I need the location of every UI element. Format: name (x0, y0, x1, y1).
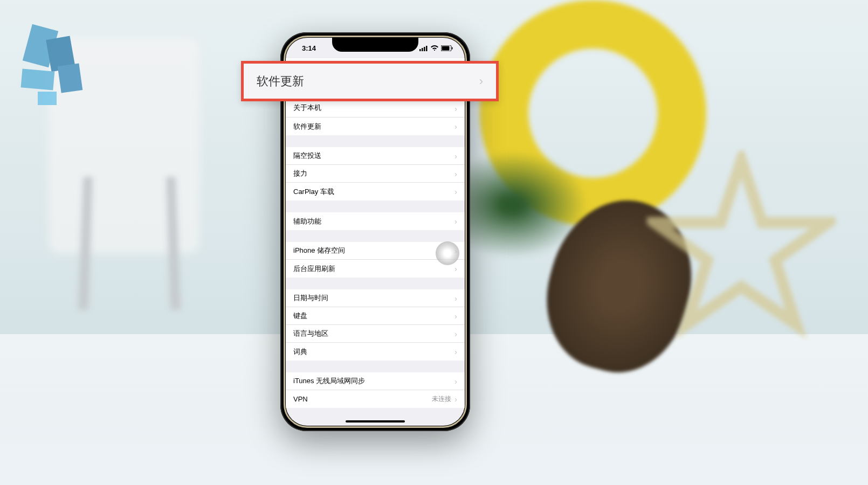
settings-group-network: iTunes 无线局域网同步 › VPN 未连接 › (286, 372, 465, 408)
settings-group-locale: 日期与时间 › 键盘 › 语言与地区 › 词典 › (286, 289, 465, 361)
channel-logo-watermark (11, 16, 108, 113)
chevron-right-icon: › (454, 105, 457, 113)
background-star (647, 151, 836, 340)
callout-label: 软件更新 (257, 73, 304, 89)
itunes-sync-row[interactable]: iTunes 无线局域网同步 › (286, 372, 465, 390)
date-time-label: 日期与时间 (293, 293, 328, 303)
dictionary-label: 词典 (293, 347, 307, 357)
svg-rect-3 (58, 63, 83, 93)
phone-notch (332, 38, 418, 52)
svg-rect-4 (38, 92, 57, 105)
software-update-label: 软件更新 (293, 122, 321, 131)
svg-rect-6 (422, 48, 423, 51)
accessibility-label: 辅助功能 (293, 217, 321, 226)
keyboard-label: 键盘 (293, 311, 307, 321)
svg-rect-2 (21, 68, 55, 90)
home-indicator[interactable] (346, 420, 405, 422)
background-stand (78, 177, 181, 310)
chevron-right-icon: › (454, 188, 457, 196)
chevron-right-icon: › (454, 312, 457, 320)
cellular-signal-icon (419, 45, 428, 51)
chevron-right-icon: › (454, 395, 457, 403)
itunes-sync-label: iTunes 无线局域网同步 (293, 376, 365, 386)
chevron-right-icon: › (454, 265, 457, 273)
settings-group-sharing: 隔空投送 › 接力 › CarPlay 车载 › (286, 147, 465, 200)
chevron-right-icon: › (454, 330, 457, 338)
date-time-row[interactable]: 日期与时间 › (286, 289, 465, 307)
keyboard-row[interactable]: 键盘 › (286, 307, 465, 325)
airdrop-label: 隔空投送 (293, 151, 321, 161)
chevron-right-icon: › (454, 122, 457, 130)
chevron-right-icon: › (454, 217, 457, 225)
airdrop-row[interactable]: 隔空投送 › (286, 147, 465, 165)
handoff-label: 接力 (293, 169, 307, 178)
vpn-row[interactable]: VPN 未连接 › (286, 390, 465, 408)
status-time: 3:14 (298, 44, 316, 52)
background-refresh-row[interactable]: 后台应用刷新 › (286, 260, 465, 278)
storage-label: iPhone 储存空间 (293, 246, 345, 255)
svg-rect-8 (426, 46, 428, 51)
settings-screen: 关于本机 › 软件更新 › 隔空投送 › 接力 › (286, 58, 465, 426)
chevron-right-icon: › (454, 377, 457, 385)
carplay-row[interactable]: CarPlay 车载 › (286, 183, 465, 200)
svg-rect-7 (424, 47, 425, 51)
svg-rect-10 (442, 46, 450, 50)
accessibility-row[interactable]: 辅助功能 › (286, 212, 465, 230)
language-region-label: 语言与地区 (293, 329, 328, 338)
svg-rect-11 (452, 47, 453, 49)
vpn-status-value: 未连接 (432, 394, 451, 404)
carplay-label: CarPlay 车载 (293, 187, 334, 197)
software-update-row[interactable]: 软件更新 › (286, 117, 465, 135)
chevron-right-icon: › (454, 152, 457, 160)
battery-icon (441, 45, 453, 51)
assistive-touch-button[interactable] (436, 241, 459, 265)
vpn-label: VPN (293, 395, 308, 403)
background-refresh-label: 后台应用刷新 (293, 264, 335, 274)
status-indicators (419, 45, 453, 51)
dictionary-row[interactable]: 词典 › (286, 343, 465, 361)
chevron-right-icon: › (454, 348, 457, 356)
svg-rect-5 (419, 49, 421, 51)
wifi-icon (430, 45, 439, 51)
language-region-row[interactable]: 语言与地区 › (286, 325, 465, 343)
chevron-right-icon: › (479, 74, 483, 88)
settings-group-accessibility: 辅助功能 › (286, 212, 465, 230)
chevron-right-icon: › (454, 170, 457, 178)
callout-highlight-software-update: 软件更新 › (241, 61, 499, 101)
handoff-row[interactable]: 接力 › (286, 165, 465, 183)
about-label: 关于本机 (293, 103, 321, 113)
chevron-right-icon: › (454, 294, 457, 302)
